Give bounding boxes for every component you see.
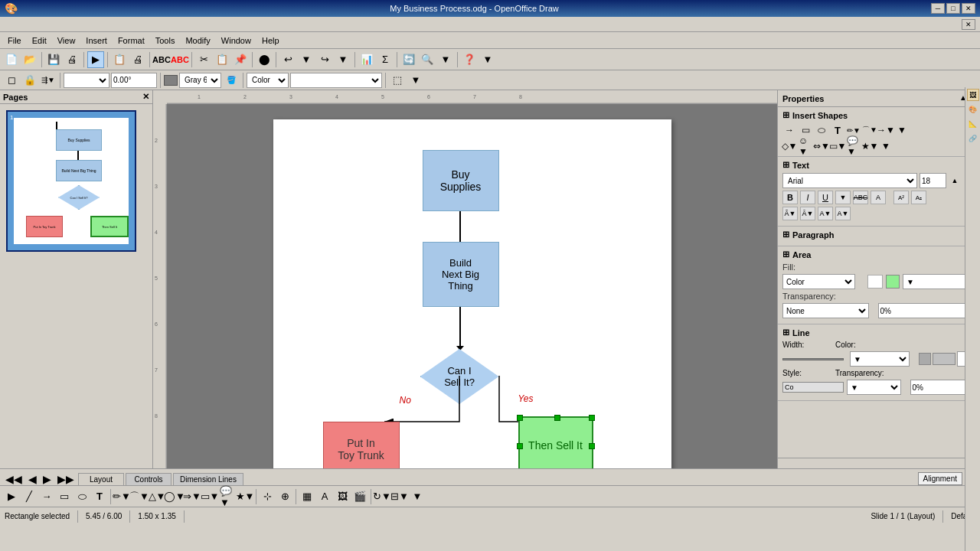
tb2-btn3[interactable]: ⇶▼ (40, 72, 57, 89)
text-tool-btn[interactable]: T (91, 488, 108, 505)
undo-button[interactable]: ↩ (279, 51, 296, 68)
toolbar-more[interactable]: ▼ (479, 51, 496, 68)
close-button[interactable]: ✕ (962, 3, 975, 14)
transparency-value-input[interactable] (878, 303, 968, 318)
maximize-button[interactable]: □ (946, 3, 960, 14)
menu-view[interactable]: View (53, 34, 80, 47)
underline-button[interactable]: U (818, 191, 833, 204)
tb2-more[interactable]: ▼ (407, 72, 424, 89)
buy-supplies-shape[interactable]: Buy Supplies (423, 150, 499, 211)
put-in-trunk-shape[interactable]: Put In Toy Trunk (323, 422, 400, 468)
print-button[interactable]: 🖨 (64, 51, 80, 68)
shapes-more2[interactable]: ▼ (879, 139, 893, 153)
line-header[interactable]: ⊞ Line (782, 328, 975, 337)
tab-controls[interactable]: Controls (126, 473, 172, 485)
flowchart-tool-btn[interactable]: ▭▼ (201, 488, 218, 505)
save-button[interactable]: 💾 (45, 51, 62, 68)
tab-prev-button[interactable]: ◀◀ (3, 473, 24, 485)
tab-layout[interactable]: Layout (78, 473, 124, 485)
clone-button[interactable]: ⬤ (256, 51, 273, 68)
handle-tm[interactable] (554, 415, 560, 421)
movie-btn[interactable]: 🎬 (351, 488, 368, 505)
tb2-color-btn[interactable]: 🪣 (223, 72, 240, 89)
star-icon[interactable]: ★▼ (863, 139, 877, 153)
menu-edit[interactable]: Edit (28, 34, 51, 47)
formula-button[interactable]: Σ (377, 51, 394, 68)
align-btn[interactable]: ⊟▼ (391, 488, 408, 505)
picture-btn[interactable]: 🖼 (334, 488, 351, 505)
font-size-input[interactable] (920, 173, 946, 188)
window-controls[interactable]: ─ □ ✕ (931, 3, 975, 14)
menu-insert[interactable]: Insert (81, 34, 112, 47)
text-icon[interactable]: T (831, 123, 844, 137)
then-sell-it-shape[interactable]: Then Sell It (518, 416, 593, 468)
fontworks-btn[interactable]: A (316, 488, 333, 505)
shadow-btn[interactable]: ▦ (299, 488, 315, 505)
underline-dropdown[interactable]: ▼ (835, 191, 851, 204)
shapes-more[interactable]: ▼ (895, 123, 909, 137)
rect-tool-btn[interactable]: ▭ (56, 488, 73, 505)
spellcheck-button[interactable]: ABC (153, 51, 170, 68)
callout-icon[interactable]: 💬▼ (847, 139, 861, 153)
highlight-btn[interactable]: A▼ (835, 207, 851, 220)
handle-tr[interactable] (589, 415, 595, 421)
print2-button[interactable]: 🖨 (129, 51, 146, 68)
connector-icon[interactable]: ⌒▼ (863, 123, 877, 137)
menu-help[interactable]: Help (257, 34, 284, 47)
line-style-dropdown[interactable]: ▼ (847, 380, 901, 395)
color-name-dropdown[interactable]: Gray 6 (179, 73, 221, 88)
rotate-btn[interactable]: ↻▼ (374, 488, 390, 505)
handle-tl[interactable] (517, 415, 523, 421)
line-transparency-input[interactable] (910, 380, 968, 395)
curve-tool-btn[interactable]: ◯▼ (166, 488, 183, 505)
bold-button[interactable]: B (782, 191, 798, 204)
area-header[interactable]: ⊞ Area (782, 249, 975, 259)
fill-type-select[interactable]: Color (782, 274, 855, 289)
snap-points-btn[interactable]: ⊹ (259, 488, 276, 505)
tb2-display-btn[interactable]: ⬚ (389, 72, 406, 89)
paste-button[interactable]: 📌 (232, 51, 249, 68)
line-icon2[interactable]: →▼ (879, 123, 893, 137)
glue-btn[interactable]: ⊕ (276, 488, 293, 505)
redo-button[interactable]: ↪ (316, 51, 333, 68)
diamond-shape[interactable]: Can ISell It? (420, 349, 499, 404)
transparency-type-select[interactable]: None (782, 303, 869, 318)
tab-next-button[interactable]: ▶ (41, 473, 54, 485)
menu-file[interactable]: File (3, 34, 26, 47)
zoom-button[interactable]: 🔍 (419, 51, 436, 68)
color-mode-dropdown[interactable]: Color (247, 73, 289, 88)
select-button[interactable]: ▶ (87, 51, 104, 68)
chart-button[interactable]: 📊 (358, 51, 375, 68)
tab-dimension-lines[interactable]: Dimension Lines (173, 473, 243, 485)
cut-button[interactable]: ✂ (195, 51, 212, 68)
minimize-button[interactable]: ─ (931, 3, 945, 14)
tb2-btn1[interactable]: ◻ (3, 72, 20, 89)
line-width-dropdown[interactable]: ▼ (850, 351, 910, 367)
diamond-icon[interactable]: ◇▼ (782, 139, 796, 153)
sidebar-icon-3[interactable]: 📐 (967, 118, 979, 130)
smiley-icon[interactable]: ☺▼ (799, 139, 812, 153)
undo-dropdown[interactable]: ▼ (298, 51, 315, 68)
arrow-tool-btn[interactable]: → (38, 488, 55, 505)
slide[interactable]: Buy Supplies Build Next Big Thing (273, 119, 671, 468)
refresh-button[interactable]: 🔄 (400, 51, 417, 68)
handle-ml[interactable] (517, 443, 523, 449)
text-section-header[interactable]: ⊞ Text (782, 160, 975, 170)
menu-window[interactable]: Window (217, 34, 256, 47)
strikethrough-button[interactable]: ABC (853, 191, 868, 204)
menu-modify[interactable]: Modify (181, 34, 214, 47)
superscript-button[interactable]: A² (893, 191, 909, 204)
more-btn[interactable]: ▼ (409, 488, 426, 505)
line-tool-btn[interactable]: ╱ (21, 488, 38, 505)
char-spacing-btn[interactable]: Ã▼ (782, 207, 798, 220)
font-size-up[interactable]: ▲ (949, 174, 961, 187)
props-scrollbar[interactable]: ▼ (778, 458, 980, 468)
menu-format[interactable]: Format (113, 34, 149, 47)
tab-prev2-button[interactable]: ◀ (26, 473, 39, 485)
copy-button[interactable]: 📋 (214, 51, 230, 68)
autocorrect-button[interactable]: ABC (172, 51, 188, 68)
font-family-select[interactable]: Arial (782, 173, 917, 188)
select-tool-btn[interactable]: ▶ (3, 488, 20, 505)
alignment-button[interactable]: Alignment (918, 472, 962, 485)
inner-close-button[interactable]: ✕ (962, 19, 975, 30)
